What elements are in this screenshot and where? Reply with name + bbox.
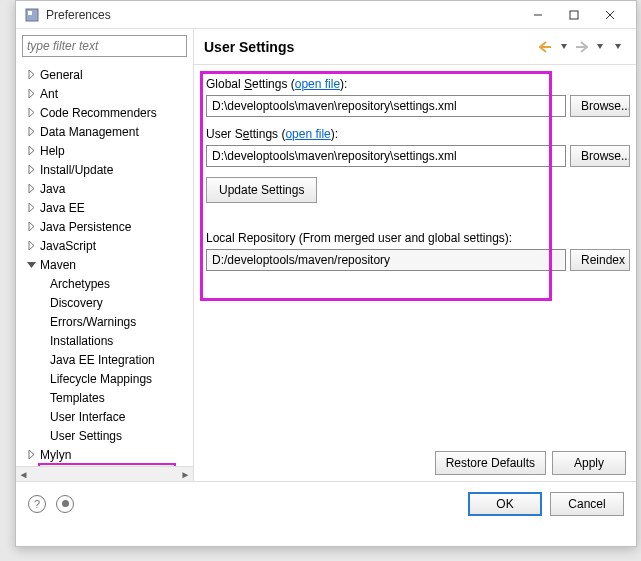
progress-icon[interactable] bbox=[56, 495, 74, 513]
nav-forward-icon[interactable] bbox=[574, 39, 590, 55]
tree-item-maven[interactable]: Maven bbox=[20, 255, 193, 274]
global-settings-input[interactable] bbox=[206, 95, 566, 117]
tree-item-label: User Settings bbox=[50, 429, 122, 443]
svg-rect-3 bbox=[570, 11, 578, 19]
tree-item-javascript[interactable]: JavaScript bbox=[20, 236, 193, 255]
tree-item-label: Lifecycle Mappings bbox=[50, 372, 152, 386]
reindex-button[interactable]: Reindex bbox=[570, 249, 630, 271]
global-browse-button[interactable]: Browse... bbox=[570, 95, 630, 117]
page-header: User Settings bbox=[194, 29, 636, 65]
tree-item-label: Mylyn bbox=[40, 448, 71, 462]
local-repo-label: Local Repository (From merged user and g… bbox=[206, 231, 630, 245]
scroll-left-icon[interactable]: ◄ bbox=[16, 469, 31, 480]
tree-item-label: Install/Update bbox=[40, 163, 113, 177]
svg-rect-1 bbox=[28, 11, 32, 15]
tree-item-java-ee-integration[interactable]: Java EE Integration bbox=[20, 350, 193, 369]
tree-item-label: Data Management bbox=[40, 125, 139, 139]
tree-item-label: Java bbox=[40, 182, 65, 196]
tree-item-java-persistence[interactable]: Java Persistence bbox=[20, 217, 193, 236]
tree-item-archetypes[interactable]: Archetypes bbox=[20, 274, 193, 293]
filter-input[interactable] bbox=[22, 35, 187, 57]
tree-item-label: Java EE Integration bbox=[50, 353, 155, 367]
chevron-right-icon[interactable] bbox=[24, 239, 38, 253]
window-title: Preferences bbox=[46, 8, 520, 22]
tree-item-code-recommenders[interactable]: Code Recommenders bbox=[20, 103, 193, 122]
tree-item-label: Errors/Warnings bbox=[50, 315, 136, 329]
tree-item-label: Discovery bbox=[50, 296, 103, 310]
titlebar: Preferences bbox=[16, 1, 636, 29]
nav-back-menu-icon[interactable] bbox=[556, 39, 572, 55]
tree-item-help[interactable]: Help bbox=[20, 141, 193, 160]
view-menu-icon[interactable] bbox=[610, 39, 626, 55]
update-settings-button[interactable]: Update Settings bbox=[206, 177, 317, 203]
tree-item-mylyn[interactable]: Mylyn bbox=[20, 445, 193, 464]
tree-item-general[interactable]: General bbox=[20, 65, 193, 84]
left-panel: GeneralAntCode RecommendersData Manageme… bbox=[16, 29, 194, 481]
maximize-button[interactable] bbox=[556, 4, 592, 26]
tree-item-label: Code Recommenders bbox=[40, 106, 157, 120]
chevron-right-icon[interactable] bbox=[24, 201, 38, 215]
tree-item-install-update[interactable]: Install/Update bbox=[20, 160, 193, 179]
tree-item-label: Archetypes bbox=[50, 277, 110, 291]
chevron-right-icon[interactable] bbox=[24, 87, 38, 101]
restore-defaults-button[interactable]: Restore Defaults bbox=[435, 451, 546, 475]
dialog-footer: ? OK Cancel bbox=[16, 481, 636, 525]
tree-item-data-management[interactable]: Data Management bbox=[20, 122, 193, 141]
tree-item-label: Templates bbox=[50, 391, 105, 405]
tree-item-label: Help bbox=[40, 144, 65, 158]
chevron-right-icon[interactable] bbox=[24, 163, 38, 177]
chevron-down-icon[interactable] bbox=[24, 258, 38, 272]
app-icon bbox=[24, 7, 40, 23]
tree-item-lifecycle-mappings[interactable]: Lifecycle Mappings bbox=[20, 369, 193, 388]
nav-forward-menu-icon[interactable] bbox=[592, 39, 608, 55]
minimize-button[interactable] bbox=[520, 4, 556, 26]
tree-item-discovery[interactable]: Discovery bbox=[20, 293, 193, 312]
tree-item-label: Ant bbox=[40, 87, 58, 101]
page-content: Global Settings (open file): Browse... U… bbox=[194, 65, 636, 481]
tree-item-label: Java Persistence bbox=[40, 220, 131, 234]
nav-back-icon[interactable] bbox=[538, 39, 554, 55]
tree-item-label: General bbox=[40, 68, 83, 82]
chevron-right-icon[interactable] bbox=[24, 182, 38, 196]
preferences-window: Preferences GeneralAntCode RecommendersD… bbox=[15, 0, 637, 547]
tree-item-java-ee[interactable]: Java EE bbox=[20, 198, 193, 217]
scroll-right-icon[interactable]: ► bbox=[178, 469, 193, 480]
user-open-file-link[interactable]: open file bbox=[285, 127, 330, 141]
horizontal-scrollbar[interactable]: ◄ ► bbox=[16, 466, 193, 481]
tree-item-label: Maven bbox=[40, 258, 76, 272]
tree-item-user-interface[interactable]: User Interface bbox=[20, 407, 193, 426]
global-settings-label: Global Settings (open file): bbox=[206, 77, 630, 91]
tree-item-templates[interactable]: Templates bbox=[20, 388, 193, 407]
ok-button[interactable]: OK bbox=[468, 492, 542, 516]
user-browse-button[interactable]: Browse... bbox=[570, 145, 630, 167]
tree-item-label: JavaScript bbox=[40, 239, 96, 253]
tree-item-ant[interactable]: Ant bbox=[20, 84, 193, 103]
tree-item-java[interactable]: Java bbox=[20, 179, 193, 198]
tree-item-label: Installations bbox=[50, 334, 113, 348]
chevron-right-icon[interactable] bbox=[24, 106, 38, 120]
chevron-right-icon[interactable] bbox=[24, 125, 38, 139]
cancel-button[interactable]: Cancel bbox=[550, 492, 624, 516]
user-settings-input[interactable] bbox=[206, 145, 566, 167]
apply-button[interactable]: Apply bbox=[552, 451, 626, 475]
global-open-file-link[interactable]: open file bbox=[295, 77, 340, 91]
preference-tree[interactable]: GeneralAntCode RecommendersData Manageme… bbox=[16, 63, 193, 466]
local-repo-input bbox=[206, 249, 566, 271]
tree-item-errors-warnings[interactable]: Errors/Warnings bbox=[20, 312, 193, 331]
chevron-right-icon[interactable] bbox=[24, 144, 38, 158]
close-button[interactable] bbox=[592, 4, 628, 26]
chevron-right-icon[interactable] bbox=[24, 220, 38, 234]
tree-item-label: Java EE bbox=[40, 201, 85, 215]
tree-item-user-settings[interactable]: User Settings bbox=[20, 426, 193, 445]
tree-item-label: User Interface bbox=[50, 410, 125, 424]
chevron-right-icon[interactable] bbox=[24, 448, 38, 462]
filter-container bbox=[16, 29, 193, 63]
user-settings-label: User Settings (open file): bbox=[206, 127, 630, 141]
tree-item-installations[interactable]: Installations bbox=[20, 331, 193, 350]
chevron-right-icon[interactable] bbox=[24, 68, 38, 82]
page-title: User Settings bbox=[204, 39, 538, 55]
help-icon[interactable]: ? bbox=[28, 495, 46, 513]
right-panel: User Settings Global Settings (open file… bbox=[194, 29, 636, 481]
